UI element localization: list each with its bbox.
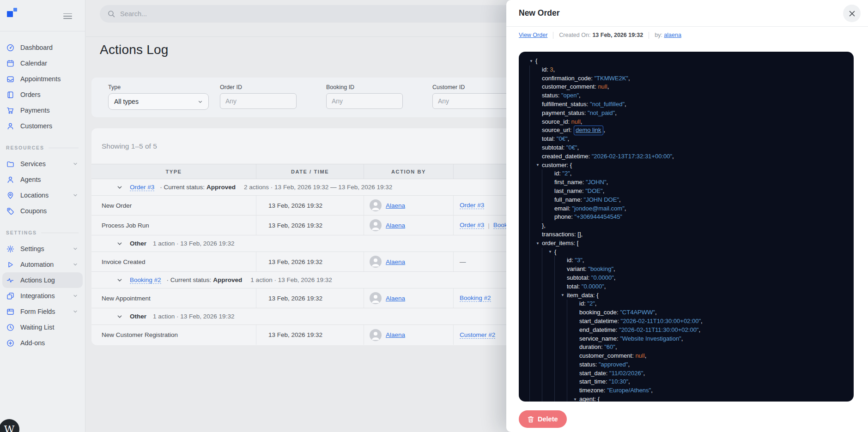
action-by-link[interactable]: Alaena	[386, 331, 405, 338]
json-token: "0€"	[566, 144, 577, 152]
json-token: status	[579, 360, 595, 369]
action-datetime: 13 Feb, 2026 19:32	[268, 258, 322, 265]
json-token: :	[588, 152, 591, 161]
json-token: "JOHN"	[586, 178, 607, 187]
sidebar-item-orders[interactable]: Orders	[2, 87, 83, 102]
json-token: null	[571, 118, 581, 126]
collapse-arrow-icon[interactable]: ▼	[561, 291, 567, 300]
sidebar-item-form-fields[interactable]: Form Fields	[2, 304, 83, 319]
collapse-arrow-icon[interactable]: ▼	[536, 161, 542, 170]
sidebar-item-automation[interactable]: Automation	[2, 257, 83, 272]
type-select[interactable]: All types	[108, 93, 209, 110]
author-link[interactable]: alaena	[664, 32, 681, 38]
json-token: ,	[625, 100, 626, 109]
view-order-link[interactable]: View Order	[519, 32, 547, 38]
json-token: :	[563, 144, 566, 152]
json-line: ▼{	[519, 57, 854, 66]
delete-button[interactable]: Delete	[519, 410, 567, 428]
wordpress-logo-icon[interactable]: W	[0, 419, 19, 432]
sidebar-item-label: Automation	[20, 261, 54, 268]
sidebar-item-label: Locations	[20, 192, 49, 199]
action-by-link[interactable]: Alaena	[386, 202, 405, 209]
collapse-arrow-icon[interactable]: ▼	[536, 239, 542, 248]
group-label: Other	[130, 240, 146, 247]
json-line: source_id: null,	[519, 118, 854, 126]
filter-customer-id-label: Customer ID	[432, 84, 509, 90]
sidebar-item-waiting-list[interactable]: Waiting List	[2, 319, 83, 335]
json-line: },	[519, 222, 854, 230]
json-token: timezone	[579, 386, 604, 395]
sidebar-item-dashboard[interactable]: Dashboard	[2, 40, 83, 55]
sidebar-item-payments[interactable]: Payments	[2, 102, 83, 118]
action-by-link[interactable]: Alaena	[386, 222, 405, 229]
sidebar-item-settings[interactable]: Settings	[2, 241, 83, 257]
sidebar-item-coupons[interactable]: Coupons	[2, 203, 83, 219]
sidebar-item-locations[interactable]: Locations	[2, 187, 83, 203]
actions-log-icon	[6, 276, 14, 284]
settings-icon	[6, 245, 14, 253]
sidebar-item-actions-log[interactable]: Actions Log	[2, 272, 83, 288]
json-token: :	[570, 126, 573, 135]
latepoint-logo-icon[interactable]	[7, 8, 17, 17]
json-token: status	[542, 91, 558, 100]
new-order-drawer: New Order View Order Created On:13 Feb, …	[506, 0, 868, 432]
json-token: ,	[607, 178, 608, 187]
sidebar-item-services[interactable]: Services	[2, 156, 83, 172]
json-token: "0.0000"	[582, 282, 604, 291]
sidebar-item-add-ons[interactable]: Add-ons	[2, 335, 83, 351]
json-token: full_name	[554, 196, 580, 204]
json-token: :	[558, 91, 561, 100]
sidebar-item-agents[interactable]: Agents	[2, 172, 83, 187]
sidebar-item-customers[interactable]: Customers	[2, 118, 83, 134]
json-token: "2026-02-13T17:32:31+00:00"	[592, 152, 672, 161]
related-entity-link[interactable]: Order #3	[460, 202, 484, 209]
json-token: ,	[553, 66, 555, 74]
action-type: New Appointment	[102, 295, 151, 302]
json-token: ,	[655, 308, 657, 317]
group-entity-link[interactable]: Order #3	[130, 184, 154, 191]
related-entity-link[interactable]: Customer #2	[460, 331, 495, 339]
collapse-arrow-icon[interactable]: ▼	[529, 57, 535, 66]
sidebar: DashboardCalendarAppointmentsOrdersPayme…	[0, 0, 85, 432]
column-header-action-by: ACTION BY	[364, 164, 454, 179]
related-entity-link[interactable]: Order #3	[460, 222, 484, 229]
search-icon	[108, 10, 115, 18]
json-token: :	[585, 265, 588, 274]
json-line: end_datetime: "2026-02-11T11:30:00+02:00…	[519, 326, 854, 335]
action-datetime: 13 Feb, 2026 19:32	[268, 202, 322, 209]
action-type: Process Job Run	[102, 222, 149, 229]
chevron-down-icon	[73, 294, 78, 298]
close-button[interactable]	[843, 5, 861, 22]
hamburger-menu-icon[interactable]	[63, 12, 72, 21]
collapse-arrow-icon[interactable]: ▼	[573, 395, 579, 402]
json-token: subtotal	[567, 274, 588, 282]
sidebar-item-calendar[interactable]: Calendar	[2, 55, 83, 71]
page-title: Actions Log	[100, 42, 169, 57]
json-token: 3	[550, 66, 553, 74]
action-by-link[interactable]: Alaena	[386, 258, 405, 265]
source-url-link[interactable]: demo link	[574, 126, 603, 135]
json-token: "0.0000"	[591, 274, 614, 282]
sidebar-item-appointments[interactable]: Appointments	[2, 71, 83, 87]
sidebar-item-integrations[interactable]: Integrations	[2, 288, 83, 304]
json-line: status: "approved",	[519, 360, 854, 369]
json-token: item_data	[567, 291, 593, 300]
integrations-icon	[6, 292, 14, 300]
search-input[interactable]	[120, 10, 443, 18]
json-token: customer	[542, 161, 566, 170]
json-line: source_url: demo link,	[519, 126, 854, 135]
chevron-down-icon	[198, 99, 203, 104]
collapse-arrow-icon[interactable]: ▼	[548, 248, 554, 257]
order-id-input[interactable]	[220, 93, 297, 109]
json-token: ,	[583, 256, 584, 265]
action-by-link[interactable]: Alaena	[386, 295, 405, 302]
json-token: ,	[615, 343, 617, 352]
customer-id-input[interactable]	[432, 93, 509, 109]
sidebar-item-label: Dashboard	[20, 44, 53, 51]
json-line: ▼agent: {	[519, 395, 854, 402]
group-entity-link[interactable]: Booking #2	[130, 276, 161, 284]
json-token: service_name	[579, 335, 617, 343]
related-entity-link[interactable]: Booking #2	[460, 294, 491, 302]
sidebar-item-label: Payments	[20, 107, 50, 114]
booking-id-input[interactable]	[326, 93, 403, 109]
